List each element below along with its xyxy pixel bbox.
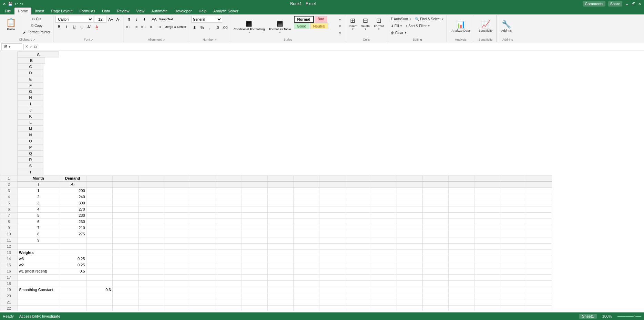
cell-empty[interactable] (371, 175, 397, 181)
cell-empty[interactable] (474, 175, 500, 181)
cell-empty[interactable] (397, 175, 422, 181)
cell-empty[interactable] (422, 200, 448, 206)
cell-empty[interactable] (397, 181, 422, 188)
cell-empty[interactable] (216, 256, 242, 262)
cell-empty[interactable] (448, 299, 474, 305)
cell-empty[interactable] (448, 280, 474, 287)
cell-empty[interactable] (448, 262, 474, 268)
styles-scroll-down[interactable]: ▼ (337, 23, 344, 30)
cell-empty[interactable] (448, 200, 474, 206)
cell-empty[interactable] (474, 299, 500, 305)
cell-empty[interactable] (397, 274, 422, 280)
cell-empty[interactable] (267, 299, 293, 305)
cell-empty[interactable] (345, 194, 371, 200)
cell-empty[interactable] (526, 218, 552, 225)
cell-empty[interactable] (500, 218, 526, 225)
cell-A12[interactable] (18, 243, 59, 249)
cell-C13[interactable] (86, 249, 112, 256)
cell-empty[interactable] (164, 194, 190, 200)
cell-empty[interactable] (319, 194, 345, 200)
cell-empty[interactable] (500, 225, 526, 231)
cell-empty[interactable] (319, 237, 345, 243)
cell-B22[interactable] (59, 305, 86, 311)
cell-empty[interactable] (526, 249, 552, 256)
cell-empty[interactable] (216, 212, 242, 218)
cell-empty[interactable] (293, 218, 319, 225)
cell-empty[interactable] (293, 225, 319, 231)
font-name-select[interactable]: Calibri (55, 16, 93, 23)
cell-empty[interactable] (500, 206, 526, 212)
cell-ref-dropdown[interactable]: ▼ (8, 45, 11, 49)
cell-empty[interactable] (138, 175, 164, 181)
cell-C8[interactable] (86, 218, 112, 225)
cell-empty[interactable] (216, 231, 242, 237)
format-as-table-button[interactable]: ▤ Format as Table ▼ (267, 16, 292, 36)
cell-B8[interactable]: 260 (59, 218, 86, 225)
cell-empty[interactable] (138, 287, 164, 293)
cell-A21[interactable] (18, 299, 59, 305)
cell-empty[interactable] (422, 181, 448, 188)
cell-empty[interactable] (293, 175, 319, 181)
cell-empty[interactable] (112, 305, 138, 311)
cell-empty[interactable] (371, 287, 397, 293)
cell-empty[interactable] (526, 287, 552, 293)
cell-empty[interactable] (526, 188, 552, 194)
sort-filter-button[interactable]: ↕ Sort & Filter ▼ (404, 23, 431, 29)
cell-empty[interactable] (422, 305, 448, 311)
cell-empty[interactable] (448, 268, 474, 274)
cell-empty[interactable] (190, 231, 216, 237)
col-header-F[interactable]: F (18, 82, 43, 88)
cell-empty[interactable] (138, 225, 164, 231)
cell-empty[interactable] (371, 280, 397, 287)
cell-empty[interactable] (345, 200, 371, 206)
cell-empty[interactable] (448, 237, 474, 243)
cell-empty[interactable] (190, 262, 216, 268)
col-header-Q[interactable]: Q (18, 150, 43, 157)
comments-button[interactable]: Comments (583, 1, 605, 7)
format-painter-button[interactable]: 🖌 Format Painter (22, 29, 52, 35)
cell-empty[interactable] (474, 225, 500, 231)
minimize-button[interactable]: 🗕 (625, 2, 629, 6)
percent-button[interactable]: % (199, 24, 206, 31)
cell-empty[interactable] (138, 231, 164, 237)
col-header-A[interactable]: A (18, 51, 59, 57)
cell-empty[interactable] (164, 268, 190, 274)
cell-empty[interactable] (345, 262, 371, 268)
cell-C10[interactable] (86, 231, 112, 237)
cell-empty[interactable] (422, 287, 448, 293)
cell-empty[interactable] (474, 293, 500, 299)
cell-empty[interactable] (345, 181, 371, 188)
cell-empty[interactable] (293, 212, 319, 218)
autosum-button[interactable]: Σ AutoSum ▼ (389, 16, 413, 22)
cell-B20[interactable] (59, 293, 86, 299)
cell-empty[interactable] (345, 249, 371, 256)
cell-empty[interactable] (190, 225, 216, 231)
cell-empty[interactable] (138, 243, 164, 249)
tab-help[interactable]: Help (195, 8, 210, 14)
increase-font-button[interactable]: A+ (107, 16, 114, 23)
cell-empty[interactable] (267, 181, 293, 188)
cell-empty[interactable] (293, 293, 319, 299)
cell-empty[interactable] (397, 305, 422, 311)
cell-B13[interactable] (59, 249, 86, 256)
cell-empty[interactable] (138, 293, 164, 299)
tab-insert[interactable]: Insert (31, 8, 48, 14)
cell-empty[interactable] (448, 305, 474, 311)
cell-empty[interactable] (267, 200, 293, 206)
cell-empty[interactable] (397, 293, 422, 299)
cell-empty[interactable] (500, 287, 526, 293)
cell-B6[interactable]: 270 (59, 206, 86, 212)
quick-access-redo[interactable]: ↪ (20, 2, 23, 6)
cell-C3[interactable] (86, 188, 112, 194)
delete-cells-button[interactable]: ⊟ Delete ▼ (359, 16, 371, 31)
cell-empty[interactable] (448, 212, 474, 218)
cell-empty[interactable] (138, 274, 164, 280)
cell-empty[interactable] (293, 256, 319, 262)
cell-empty[interactable] (112, 243, 138, 249)
cell-empty[interactable] (190, 299, 216, 305)
cell-empty[interactable] (397, 287, 422, 293)
cell-A14[interactable]: w3 (18, 256, 59, 262)
cell-empty[interactable] (397, 256, 422, 262)
cell-C6[interactable] (86, 206, 112, 212)
cell-empty[interactable] (422, 194, 448, 200)
